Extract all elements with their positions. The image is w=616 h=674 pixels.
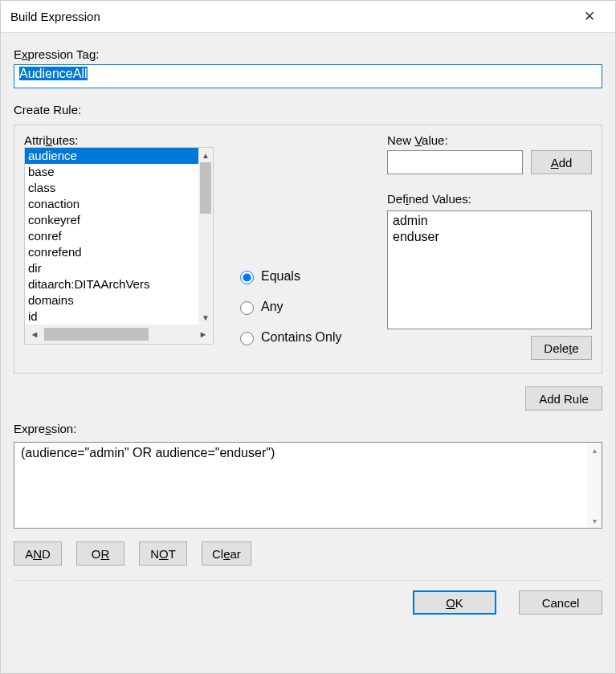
radio-equals-input[interactable] — [240, 271, 254, 284]
scroll-up-icon[interactable]: ▲ — [198, 148, 213, 162]
attribute-item[interactable]: id — [25, 308, 213, 325]
scroll-down-icon[interactable]: ▼ — [198, 310, 213, 325]
attribute-item[interactable]: ditaarch:DITAArchVers — [25, 276, 213, 292]
expression-tag-value: AudienceAll — [19, 67, 88, 80]
expression-tag-label: Expression Tag: — [14, 47, 602, 61]
attributes-label: Attributes: — [24, 133, 214, 147]
attribute-item[interactable]: conref — [25, 228, 213, 244]
attribute-item[interactable]: conrefend — [25, 244, 213, 260]
titlebar: Build Expression ✕ — [1, 1, 615, 33]
and-button[interactable]: AND — [14, 541, 62, 566]
radio-any-label: Any — [261, 300, 284, 314]
add-rule-button[interactable]: Add Rule — [525, 386, 602, 411]
or-button[interactable]: OR — [76, 541, 124, 566]
defined-values-label: Defined Values: — [387, 192, 592, 206]
expression-label: Expression: — [14, 422, 602, 435]
cancel-button[interactable]: Cancel — [519, 590, 602, 615]
scroll-right-icon[interactable]: ► — [194, 325, 213, 344]
create-rule-label: Create Rule: — [14, 103, 602, 116]
radio-equals[interactable]: Equals — [236, 268, 365, 284]
radio-contains-only[interactable]: Contains Only — [236, 329, 365, 345]
expression-textarea[interactable]: (audience="admin" OR audience="enduser")… — [14, 442, 602, 529]
hscroll-thumb[interactable] — [44, 328, 149, 341]
expression-scrollbar[interactable]: ▴ ▾ — [587, 443, 602, 528]
radio-any-input[interactable] — [240, 301, 254, 315]
defined-value-item[interactable]: enduser — [393, 229, 586, 245]
not-button[interactable]: NOT — [139, 541, 187, 566]
defined-values-listbox[interactable]: adminenduser — [387, 210, 592, 329]
expr-scroll-down-icon[interactable]: ▾ — [587, 513, 602, 528]
close-icon[interactable]: ✕ — [573, 8, 606, 25]
radio-contains-only-input[interactable] — [240, 332, 254, 345]
attribute-item[interactable]: conaction — [25, 196, 213, 212]
build-expression-dialog: Build Expression ✕ Expression Tag: Audie… — [0, 0, 616, 674]
attribute-item[interactable]: domains — [25, 292, 213, 308]
attribute-item[interactable]: base — [25, 164, 213, 180]
window-title: Build Expression — [10, 10, 100, 23]
expression-value: (audience="admin" OR audience="enduser") — [21, 446, 275, 460]
expression-tag-input[interactable]: AudienceAll — [14, 64, 602, 88]
defined-value-item[interactable]: admin — [393, 213, 586, 229]
attribute-item[interactable]: audience — [25, 148, 213, 164]
clear-button[interactable]: Clear — [202, 541, 251, 566]
attribute-item[interactable]: conkeyref — [25, 212, 213, 228]
delete-button[interactable]: Delete — [531, 336, 592, 360]
ok-button[interactable]: OK — [413, 590, 496, 615]
attributes-listbox[interactable]: audiencebaseclassconactionconkeyrefconre… — [24, 147, 214, 345]
vertical-scrollbar[interactable]: ▲ ▼ — [198, 148, 213, 325]
radio-equals-label: Equals — [261, 269, 300, 284]
radio-any[interactable]: Any — [236, 299, 365, 315]
new-value-input[interactable] — [387, 150, 523, 174]
expr-scroll-up-icon[interactable]: ▴ — [587, 443, 602, 457]
add-button[interactable]: Add — [531, 150, 592, 174]
attribute-item[interactable]: dir — [25, 260, 213, 276]
scroll-left-icon[interactable]: ◄ — [25, 325, 44, 344]
attribute-item[interactable]: class — [25, 180, 213, 196]
new-value-label: New Value: — [387, 133, 592, 147]
scroll-thumb[interactable] — [200, 162, 211, 214]
radio-contains-only-label: Contains Only — [261, 330, 342, 345]
horizontal-scrollbar[interactable]: ◄ ► — [25, 325, 213, 344]
create-rule-group: Attributes: audiencebaseclassconactionco… — [14, 125, 602, 374]
